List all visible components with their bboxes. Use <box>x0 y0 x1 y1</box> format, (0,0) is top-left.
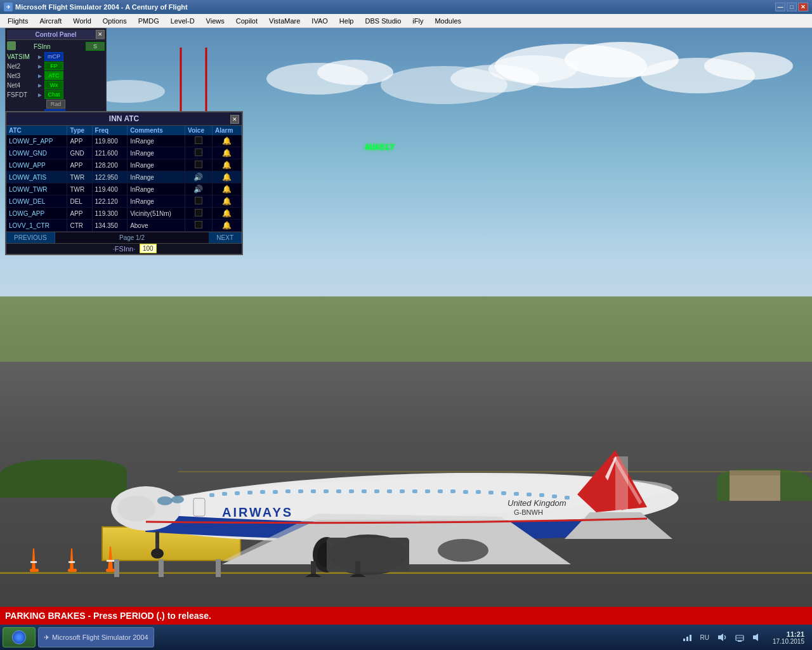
menu-pmdg[interactable]: PMDG <box>133 16 164 26</box>
menu-help[interactable]: Help <box>334 16 359 26</box>
atc-table-row[interactable]: LOWW_GND GND 121.600 InRange 🔔 <box>6 147 242 159</box>
rad-button[interactable]: Rad <box>46 100 65 109</box>
net4-wx-button[interactable]: Wx <box>44 81 63 90</box>
net4-label: Net4 <box>7 82 36 89</box>
inn-atc-panel: INN ATC ✕ 100 ATC Type Freq Comments Voi… <box>5 111 243 255</box>
taskbar-right: RU 11:21 17.10.2015 <box>679 630 809 645</box>
net3-atc-button[interactable]: ATC <box>44 71 63 80</box>
svg-rect-74 <box>69 561 75 563</box>
svg-rect-29 <box>425 489 430 493</box>
atc-voice-cell[interactable] <box>185 147 213 159</box>
terminal-building <box>730 475 780 501</box>
vatsim-mcp-button[interactable]: mCP <box>44 52 63 61</box>
atc-alarm-cell[interactable]: 🔔 <box>212 147 241 159</box>
svg-point-42 <box>117 496 155 521</box>
svg-rect-18 <box>285 489 291 493</box>
callsign-display: AUA517 <box>365 142 395 152</box>
atc-name-cell: LOWG_APP <box>6 208 67 220</box>
menu-options[interactable]: Options <box>98 16 132 26</box>
fsinn-s-button[interactable]: S <box>86 42 105 51</box>
fsfdt-chat-button[interactable]: Chat <box>44 90 63 99</box>
atc-name-cell: LOWW_DEL <box>6 196 67 208</box>
atc-type-cell: APP <box>67 208 92 220</box>
system-clock: 11:21 17.10.2015 <box>768 630 809 645</box>
close-button[interactable]: ✕ <box>798 3 808 11</box>
atc-voice-cell[interactable]: 🔊 <box>185 183 213 196</box>
atc-table-row[interactable]: LOWW_ATIS TWR 122.950 InRange 🔊 🔔 <box>6 171 242 183</box>
atc-alarm-cell[interactable]: 🔔 <box>212 171 241 183</box>
menu-leveld[interactable]: Level-D <box>166 16 200 26</box>
svg-rect-70 <box>30 569 39 572</box>
menu-modules[interactable]: Modules <box>429 16 466 26</box>
menu-ifly[interactable]: iFly <box>407 16 428 26</box>
fsinn-icon <box>7 41 16 50</box>
svg-rect-36 <box>514 492 519 496</box>
atc-alarm-cell[interactable]: 🔔 <box>212 220 241 232</box>
net2-fp-button[interactable]: FP <box>44 62 63 70</box>
speakers-icon <box>750 631 765 644</box>
atc-alarm-cell[interactable]: 🔔 <box>212 208 241 220</box>
menu-views[interactable]: Views <box>201 16 230 26</box>
voice-checkbox[interactable] <box>195 136 202 144</box>
inn-atc-close-button[interactable]: ✕ <box>230 115 239 124</box>
control-panel-close-button[interactable]: ✕ <box>96 30 105 39</box>
atc-table-row[interactable]: LOWW_F_APP APP 119.800 InRange 🔔 <box>6 135 242 147</box>
svg-point-58 <box>438 539 488 562</box>
svg-rect-35 <box>501 491 506 495</box>
menu-copilot[interactable]: Copilot <box>231 16 263 26</box>
voice-checkbox[interactable] <box>195 149 202 156</box>
voice-checkbox[interactable] <box>195 209 202 216</box>
start-button[interactable] <box>3 627 36 647</box>
svg-rect-15 <box>247 491 252 494</box>
atc-table-row[interactable]: LOWG_APP APP 119.300 Vicinity(51Nm) 🔔 <box>6 208 242 220</box>
svg-marker-85 <box>718 633 723 641</box>
atc-table-row[interactable]: LOWW_TWR TWR 119.400 InRange 🔊 🔔 <box>6 183 242 196</box>
atc-freq-cell: 122.950 <box>92 171 128 183</box>
app-icon: ✈ <box>4 3 13 11</box>
atc-name-cell: LOWW_GND <box>6 147 67 159</box>
net2-row: Net2 ► FP <box>7 62 105 70</box>
menu-world[interactable]: World <box>68 16 96 26</box>
menu-vistamare[interactable]: VistaMare <box>264 16 305 26</box>
fsinn-name-label: FSInn <box>34 43 84 50</box>
svg-rect-23 <box>349 489 354 493</box>
atc-prev-button[interactable]: PREVIOUS <box>6 232 55 243</box>
voice-checkbox[interactable] <box>195 161 202 168</box>
svg-rect-28 <box>412 489 417 493</box>
atc-alarm-cell[interactable]: 🔔 <box>212 159 241 171</box>
atc-table-row[interactable]: LOVV_1_CTR CTR 134.350 Above 🔔 <box>6 220 242 232</box>
menu-dbs[interactable]: DBS Studio <box>360 16 406 26</box>
svg-rect-33 <box>476 490 481 494</box>
atc-alarm-cell[interactable]: 🔔 <box>212 196 241 208</box>
net4-row: Net4 ► Wx <box>7 81 105 90</box>
minimize-button[interactable]: — <box>775 3 785 11</box>
atc-voice-cell[interactable]: 🔊 <box>185 171 213 183</box>
menu-aircraft[interactable]: Aircraft <box>34 16 67 26</box>
atc-voice-cell[interactable] <box>185 196 213 208</box>
svg-rect-12 <box>209 493 214 497</box>
atc-alarm-cell[interactable]: 🔔 <box>212 183 241 196</box>
atc-table: ATC Type Freq Comments Voice Alarm LOWW_… <box>6 126 242 232</box>
menu-ivao[interactable]: IVAO <box>306 16 332 26</box>
atc-voice-cell[interactable] <box>185 159 213 171</box>
atc-voice-cell[interactable] <box>185 208 213 220</box>
net4-arrow: ► <box>37 82 43 89</box>
menu-flights[interactable]: Flights <box>3 16 33 26</box>
atc-table-row[interactable]: LOWW_DEL DEL 122.120 InRange 🔔 <box>6 196 242 208</box>
svg-marker-75 <box>108 547 113 571</box>
atc-type-cell: DEL <box>67 196 92 208</box>
voice-checkbox[interactable] <box>195 197 202 204</box>
svg-rect-71 <box>30 561 37 563</box>
atc-comment-cell: InRange <box>128 135 185 147</box>
atc-alarm-cell[interactable]: 🔔 <box>212 135 241 147</box>
time-display: 11:21 <box>773 630 804 638</box>
svg-rect-13 <box>222 492 227 496</box>
maximize-button[interactable]: □ <box>787 3 797 11</box>
atc-next-button[interactable]: NEXT <box>209 232 242 243</box>
taskbar-fsx-item[interactable]: ✈ Microsoft Flight Simulator 2004 <box>38 627 154 647</box>
voice-checkbox[interactable] <box>195 221 202 229</box>
atc-page-indicator: Page 1/2 <box>55 234 209 241</box>
atc-voice-cell[interactable] <box>185 220 213 232</box>
atc-voice-cell[interactable] <box>185 135 213 147</box>
atc-table-row[interactable]: LOWW_APP APP 128.200 InRange 🔔 <box>6 159 242 171</box>
